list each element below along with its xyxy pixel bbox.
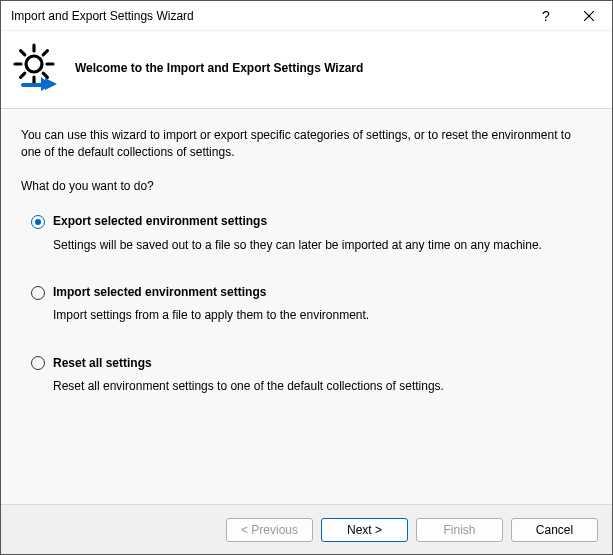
wizard-header: Welcome to the Import and Export Setting…	[1, 31, 612, 109]
svg-line-9	[21, 73, 25, 77]
option-export-desc: Settings will be saved out to a file so …	[53, 237, 592, 254]
titlebar: Import and Export Settings Wizard ?	[1, 1, 612, 31]
help-button[interactable]: ?	[526, 1, 566, 31]
gear-arrow-icon	[11, 41, 61, 94]
option-reset-label: Reset all settings	[53, 355, 152, 372]
radio-reset[interactable]	[31, 356, 45, 370]
intro-text: You can use this wizard to import or exp…	[21, 127, 592, 162]
window-title: Import and Export Settings Wizard	[11, 9, 526, 23]
previous-button[interactable]: < Previous	[226, 518, 313, 542]
options-group: Export selected environment settings Set…	[21, 213, 592, 395]
close-button[interactable]	[566, 1, 612, 31]
wizard-content: You can use this wizard to import or exp…	[1, 109, 612, 504]
option-export-label: Export selected environment settings	[53, 213, 267, 230]
next-button[interactable]: Next >	[321, 518, 408, 542]
option-import: Import selected environment settings Imp…	[31, 284, 592, 325]
svg-line-10	[43, 51, 47, 55]
option-reset: Reset all settings Reset all environment…	[31, 355, 592, 396]
finish-button[interactable]: Finish	[416, 518, 503, 542]
option-reset-row[interactable]: Reset all settings	[31, 355, 592, 372]
cancel-button[interactable]: Cancel	[511, 518, 598, 542]
radio-export[interactable]	[31, 215, 45, 229]
option-export: Export selected environment settings Set…	[31, 213, 592, 254]
radio-import[interactable]	[31, 286, 45, 300]
svg-line-8	[43, 73, 47, 77]
svg-line-7	[21, 51, 25, 55]
svg-point-2	[26, 56, 42, 72]
close-icon	[584, 11, 594, 21]
option-import-row[interactable]: Import selected environment settings	[31, 284, 592, 301]
option-export-row[interactable]: Export selected environment settings	[31, 213, 592, 230]
svg-marker-11	[45, 78, 57, 90]
wizard-footer: < Previous Next > Finish Cancel	[1, 504, 612, 554]
option-reset-desc: Reset all environment settings to one of…	[53, 378, 592, 395]
wizard-title: Welcome to the Import and Export Setting…	[75, 61, 363, 75]
prompt-text: What do you want to do?	[21, 178, 592, 195]
option-import-label: Import selected environment settings	[53, 284, 266, 301]
option-import-desc: Import settings from a file to apply the…	[53, 307, 592, 324]
